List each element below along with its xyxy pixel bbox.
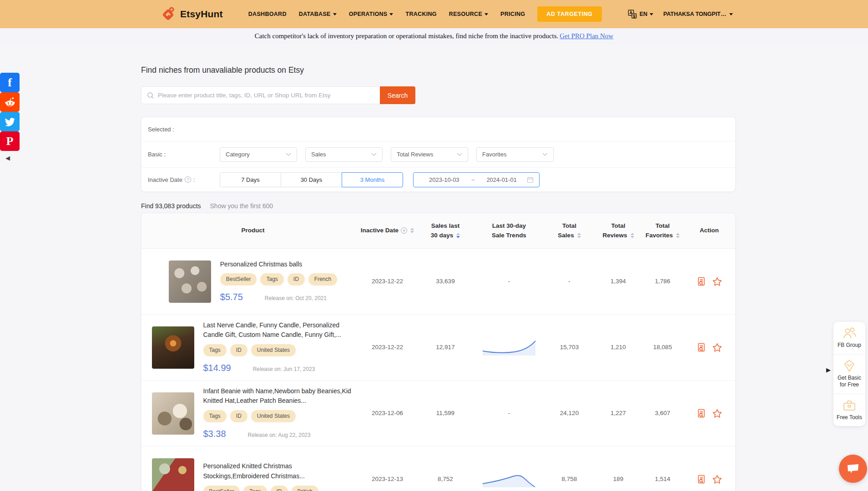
badge: Tags [243, 486, 267, 491]
etsyhunt-logo[interactable]: EtsyHunt [160, 6, 223, 22]
get-basic-free-link[interactable]: Get Basic for Free [833, 354, 865, 394]
sort-icon[interactable] [631, 233, 634, 238]
badge: United States [251, 344, 296, 356]
quick-link-label: FB Group [838, 342, 861, 349]
product-image[interactable] [169, 261, 211, 303]
etsyhunt-logo-icon [160, 6, 177, 22]
chat-button[interactable] [839, 455, 867, 483]
badge: Tags [203, 344, 227, 356]
language-selector[interactable]: EN [627, 9, 653, 19]
product-badges: Tags ID United States [203, 344, 354, 356]
date-from-value[interactable]: 2023-10-03 [419, 176, 469, 183]
badge: British [292, 486, 318, 491]
total-sales-value: 8,758 [543, 474, 595, 484]
favorite-button[interactable] [712, 342, 722, 353]
search-input[interactable] [141, 86, 380, 104]
favorite-button[interactable] [712, 474, 722, 485]
col-sales-30d[interactable]: Sales last 30 days [416, 221, 475, 240]
product-report-button[interactable] [696, 276, 707, 286]
nav-resource[interactable]: RESOURCE [449, 11, 488, 17]
chevron-down-icon [371, 153, 377, 156]
table-row: Personalized Christmas balls BestSeller … [141, 249, 735, 315]
product-title[interactable]: Personalized Christmas balls [220, 260, 337, 270]
search-input-field[interactable] [158, 92, 374, 99]
badge: ID [230, 344, 247, 356]
badge: Tags [260, 273, 283, 286]
nav-dashboard[interactable]: DASHBOARD [248, 11, 287, 17]
facebook-share-button[interactable]: f [0, 73, 20, 92]
favorites-filter-select[interactable]: Favorites [476, 147, 554, 162]
get-pro-plan-link[interactable]: Get PRO Plan Now [560, 32, 613, 40]
nav-tracking[interactable]: TRACKING [405, 11, 436, 17]
sales-filter-select[interactable]: Sales [305, 147, 383, 162]
range-7-days-button[interactable]: 7 Days [220, 172, 281, 187]
favorite-button[interactable] [712, 408, 722, 419]
favorite-button[interactable] [712, 276, 722, 287]
product-price: $3.38 [203, 426, 226, 441]
product-report-button[interactable] [696, 342, 707, 352]
col-total-sales[interactable]: Total Sales [543, 221, 595, 240]
gem-icon [842, 359, 857, 373]
date-separator: ~ [469, 176, 477, 183]
total-reviews-filter-select[interactable]: Total Reviews [391, 147, 468, 162]
nav-database[interactable]: DATABASE [299, 11, 337, 17]
product-image[interactable] [152, 326, 194, 369]
product-image[interactable] [152, 458, 194, 491]
inactive-date-row: Inactive Date ? : 7 Days 30 Days 3 Month… [141, 167, 735, 191]
ad-targeting-button[interactable]: AD TARGETING [537, 6, 601, 22]
report-search-icon [696, 474, 707, 484]
free-tools-link[interactable]: Free Tools [833, 394, 865, 426]
star-icon [712, 342, 722, 353]
nav-operations[interactable]: OPERATIONS [349, 11, 394, 17]
chevron-down-icon [542, 153, 548, 156]
product-report-button[interactable] [696, 408, 707, 418]
group-people-icon [842, 326, 857, 340]
pinterest-share-button[interactable]: P [0, 131, 20, 151]
col-inactive-date[interactable]: Inactive Date ? [359, 226, 416, 235]
range-30-days-button[interactable]: 30 Days [281, 172, 342, 187]
collapse-arrow-icon[interactable]: ◀ [5, 155, 20, 161]
reddit-icon [4, 96, 16, 109]
release-date: Release on: Oct 20, 2021 [265, 294, 327, 303]
twitter-icon [4, 116, 16, 128]
briefcase-icon [842, 399, 857, 412]
date-to-value[interactable]: 2024-01-01 [476, 176, 527, 183]
sort-icon-active[interactable] [456, 233, 460, 238]
nav-pricing[interactable]: PRICING [500, 11, 525, 17]
quick-link-label: Get Basic for Free [835, 375, 863, 389]
info-icon: ? [401, 227, 407, 234]
category-filter-select[interactable]: Category [220, 147, 297, 162]
sales-trend-sparkline [482, 471, 536, 488]
twitter-share-button[interactable] [0, 112, 20, 131]
sort-icon[interactable] [676, 233, 680, 238]
range-3-months-button[interactable]: 3 Months [342, 172, 403, 187]
user-menu[interactable]: PATHAKSA TONGPIT… [663, 11, 732, 17]
search-button[interactable]: Search [380, 86, 415, 104]
sales-30d-value: 8,752 [416, 474, 475, 484]
brand-name: EtsyHunt [180, 9, 223, 20]
fb-group-link[interactable]: FB Group [833, 322, 865, 354]
expand-arrow-icon[interactable]: ▶ [826, 366, 831, 373]
sort-icon[interactable] [410, 228, 414, 233]
col-total-reviews[interactable]: Total Reviews [595, 221, 641, 240]
promo-banner: Catch competitor's lack of inventory pre… [0, 28, 868, 44]
reddit-share-button[interactable] [0, 92, 20, 112]
chevron-down-icon [333, 13, 337, 15]
results-count: Find 93,083 products [141, 202, 201, 210]
product-title[interactable]: Last Nerve Candle, Funny Candle, Persona… [203, 321, 354, 340]
badge: ID [288, 273, 305, 286]
total-reviews-value: 1,394 [595, 276, 641, 286]
sort-icon[interactable] [577, 233, 581, 238]
col-total-favorites[interactable]: Total Favorites [641, 221, 684, 240]
inactive-date-value: 2023-12-22 [359, 342, 416, 352]
product-title[interactable]: Personalized Knitted Christmas Stockings… [203, 461, 354, 481]
product-report-button[interactable] [696, 474, 707, 484]
release-date: Release on: Aug 22, 2023 [248, 431, 311, 440]
date-range-picker[interactable]: 2023-10-03 ~ 2024-01-01 [413, 172, 540, 187]
selected-label: Selected : [148, 126, 220, 133]
product-badges: Tags ID United States [203, 410, 354, 422]
results-summary: Find 93,083 products Show you the first … [141, 202, 736, 210]
product-image[interactable] [152, 392, 194, 435]
sales-30d-value: 12,917 [416, 342, 475, 352]
product-title[interactable]: Infant Beanie with Name,Newborn baby Bea… [203, 386, 354, 406]
